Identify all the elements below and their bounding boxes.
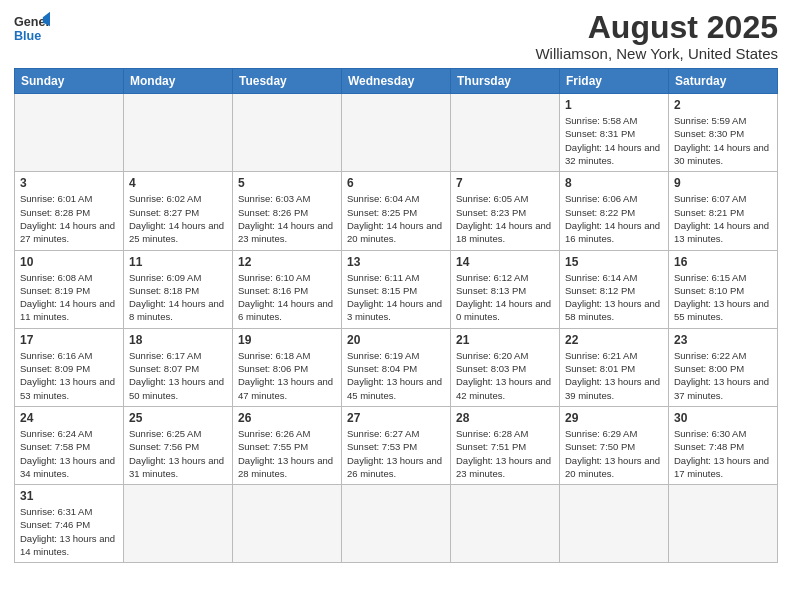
day-info: Sunrise: 6:30 AM Sunset: 7:48 PM Dayligh… [674, 427, 772, 480]
day-number: 19 [238, 333, 336, 347]
day-info: Sunrise: 6:07 AM Sunset: 8:21 PM Dayligh… [674, 192, 772, 245]
day-info: Sunrise: 6:08 AM Sunset: 8:19 PM Dayligh… [20, 271, 118, 324]
day-info: Sunrise: 6:06 AM Sunset: 8:22 PM Dayligh… [565, 192, 663, 245]
day-number: 24 [20, 411, 118, 425]
day-number: 18 [129, 333, 227, 347]
weekday-tuesday: Tuesday [233, 69, 342, 94]
day-cell: 29Sunrise: 6:29 AM Sunset: 7:50 PM Dayli… [560, 406, 669, 484]
day-cell: 15Sunrise: 6:14 AM Sunset: 8:12 PM Dayli… [560, 250, 669, 328]
day-info: Sunrise: 6:17 AM Sunset: 8:07 PM Dayligh… [129, 349, 227, 402]
day-info: Sunrise: 6:28 AM Sunset: 7:51 PM Dayligh… [456, 427, 554, 480]
calendar-title: August 2025 [535, 10, 778, 45]
day-number: 10 [20, 255, 118, 269]
day-info: Sunrise: 6:26 AM Sunset: 7:55 PM Dayligh… [238, 427, 336, 480]
day-info: Sunrise: 6:02 AM Sunset: 8:27 PM Dayligh… [129, 192, 227, 245]
day-cell: 24Sunrise: 6:24 AM Sunset: 7:58 PM Dayli… [15, 406, 124, 484]
day-cell [124, 485, 233, 563]
day-cell: 1Sunrise: 5:58 AM Sunset: 8:31 PM Daylig… [560, 94, 669, 172]
day-info: Sunrise: 6:09 AM Sunset: 8:18 PM Dayligh… [129, 271, 227, 324]
day-number: 5 [238, 176, 336, 190]
day-info: Sunrise: 6:11 AM Sunset: 8:15 PM Dayligh… [347, 271, 445, 324]
weekday-wednesday: Wednesday [342, 69, 451, 94]
day-cell [669, 485, 778, 563]
day-info: Sunrise: 6:18 AM Sunset: 8:06 PM Dayligh… [238, 349, 336, 402]
day-number: 28 [456, 411, 554, 425]
day-info: Sunrise: 6:29 AM Sunset: 7:50 PM Dayligh… [565, 427, 663, 480]
day-cell [451, 94, 560, 172]
day-info: Sunrise: 6:27 AM Sunset: 7:53 PM Dayligh… [347, 427, 445, 480]
day-number: 3 [20, 176, 118, 190]
day-cell: 27Sunrise: 6:27 AM Sunset: 7:53 PM Dayli… [342, 406, 451, 484]
week-row-5: 24Sunrise: 6:24 AM Sunset: 7:58 PM Dayli… [15, 406, 778, 484]
weekday-saturday: Saturday [669, 69, 778, 94]
day-number: 1 [565, 98, 663, 112]
day-info: Sunrise: 6:15 AM Sunset: 8:10 PM Dayligh… [674, 271, 772, 324]
day-info: Sunrise: 6:20 AM Sunset: 8:03 PM Dayligh… [456, 349, 554, 402]
day-cell: 5Sunrise: 6:03 AM Sunset: 8:26 PM Daylig… [233, 172, 342, 250]
day-cell: 17Sunrise: 6:16 AM Sunset: 8:09 PM Dayli… [15, 328, 124, 406]
day-info: Sunrise: 6:05 AM Sunset: 8:23 PM Dayligh… [456, 192, 554, 245]
day-number: 30 [674, 411, 772, 425]
weekday-header-row: SundayMondayTuesdayWednesdayThursdayFrid… [15, 69, 778, 94]
day-info: Sunrise: 6:19 AM Sunset: 8:04 PM Dayligh… [347, 349, 445, 402]
day-cell: 7Sunrise: 6:05 AM Sunset: 8:23 PM Daylig… [451, 172, 560, 250]
day-cell: 16Sunrise: 6:15 AM Sunset: 8:10 PM Dayli… [669, 250, 778, 328]
day-info: Sunrise: 6:24 AM Sunset: 7:58 PM Dayligh… [20, 427, 118, 480]
day-cell [124, 94, 233, 172]
day-info: Sunrise: 6:21 AM Sunset: 8:01 PM Dayligh… [565, 349, 663, 402]
day-info: Sunrise: 5:58 AM Sunset: 8:31 PM Dayligh… [565, 114, 663, 167]
day-cell [342, 94, 451, 172]
week-row-2: 3Sunrise: 6:01 AM Sunset: 8:28 PM Daylig… [15, 172, 778, 250]
day-number: 14 [456, 255, 554, 269]
day-cell: 18Sunrise: 6:17 AM Sunset: 8:07 PM Dayli… [124, 328, 233, 406]
day-cell: 9Sunrise: 6:07 AM Sunset: 8:21 PM Daylig… [669, 172, 778, 250]
day-cell: 20Sunrise: 6:19 AM Sunset: 8:04 PM Dayli… [342, 328, 451, 406]
day-info: Sunrise: 6:31 AM Sunset: 7:46 PM Dayligh… [20, 505, 118, 558]
day-info: Sunrise: 6:14 AM Sunset: 8:12 PM Dayligh… [565, 271, 663, 324]
day-number: 11 [129, 255, 227, 269]
day-cell: 21Sunrise: 6:20 AM Sunset: 8:03 PM Dayli… [451, 328, 560, 406]
day-cell: 26Sunrise: 6:26 AM Sunset: 7:55 PM Dayli… [233, 406, 342, 484]
day-cell: 3Sunrise: 6:01 AM Sunset: 8:28 PM Daylig… [15, 172, 124, 250]
weekday-friday: Friday [560, 69, 669, 94]
day-cell: 4Sunrise: 6:02 AM Sunset: 8:27 PM Daylig… [124, 172, 233, 250]
day-cell: 8Sunrise: 6:06 AM Sunset: 8:22 PM Daylig… [560, 172, 669, 250]
day-cell: 31Sunrise: 6:31 AM Sunset: 7:46 PM Dayli… [15, 485, 124, 563]
week-row-3: 10Sunrise: 6:08 AM Sunset: 8:19 PM Dayli… [15, 250, 778, 328]
day-number: 20 [347, 333, 445, 347]
generalblue-logo-icon: General Blue [14, 10, 50, 46]
day-cell [233, 485, 342, 563]
day-cell: 30Sunrise: 6:30 AM Sunset: 7:48 PM Dayli… [669, 406, 778, 484]
title-block: August 2025 Williamson, New York, United… [535, 10, 778, 62]
weekday-sunday: Sunday [15, 69, 124, 94]
day-number: 6 [347, 176, 445, 190]
day-number: 2 [674, 98, 772, 112]
day-number: 8 [565, 176, 663, 190]
day-cell: 22Sunrise: 6:21 AM Sunset: 8:01 PM Dayli… [560, 328, 669, 406]
day-info: Sunrise: 6:22 AM Sunset: 8:00 PM Dayligh… [674, 349, 772, 402]
day-info: Sunrise: 6:03 AM Sunset: 8:26 PM Dayligh… [238, 192, 336, 245]
day-number: 22 [565, 333, 663, 347]
week-row-1: 1Sunrise: 5:58 AM Sunset: 8:31 PM Daylig… [15, 94, 778, 172]
weekday-monday: Monday [124, 69, 233, 94]
day-info: Sunrise: 5:59 AM Sunset: 8:30 PM Dayligh… [674, 114, 772, 167]
calendar-table: SundayMondayTuesdayWednesdayThursdayFrid… [14, 68, 778, 563]
day-number: 31 [20, 489, 118, 503]
day-cell [233, 94, 342, 172]
day-number: 25 [129, 411, 227, 425]
day-cell: 11Sunrise: 6:09 AM Sunset: 8:18 PM Dayli… [124, 250, 233, 328]
day-cell [15, 94, 124, 172]
week-row-6: 31Sunrise: 6:31 AM Sunset: 7:46 PM Dayli… [15, 485, 778, 563]
day-info: Sunrise: 6:10 AM Sunset: 8:16 PM Dayligh… [238, 271, 336, 324]
day-number: 4 [129, 176, 227, 190]
svg-text:Blue: Blue [14, 29, 41, 43]
day-cell: 12Sunrise: 6:10 AM Sunset: 8:16 PM Dayli… [233, 250, 342, 328]
day-number: 7 [456, 176, 554, 190]
day-cell: 14Sunrise: 6:12 AM Sunset: 8:13 PM Dayli… [451, 250, 560, 328]
day-cell: 25Sunrise: 6:25 AM Sunset: 7:56 PM Dayli… [124, 406, 233, 484]
day-cell: 13Sunrise: 6:11 AM Sunset: 8:15 PM Dayli… [342, 250, 451, 328]
day-info: Sunrise: 6:12 AM Sunset: 8:13 PM Dayligh… [456, 271, 554, 324]
weekday-thursday: Thursday [451, 69, 560, 94]
day-number: 12 [238, 255, 336, 269]
day-number: 13 [347, 255, 445, 269]
